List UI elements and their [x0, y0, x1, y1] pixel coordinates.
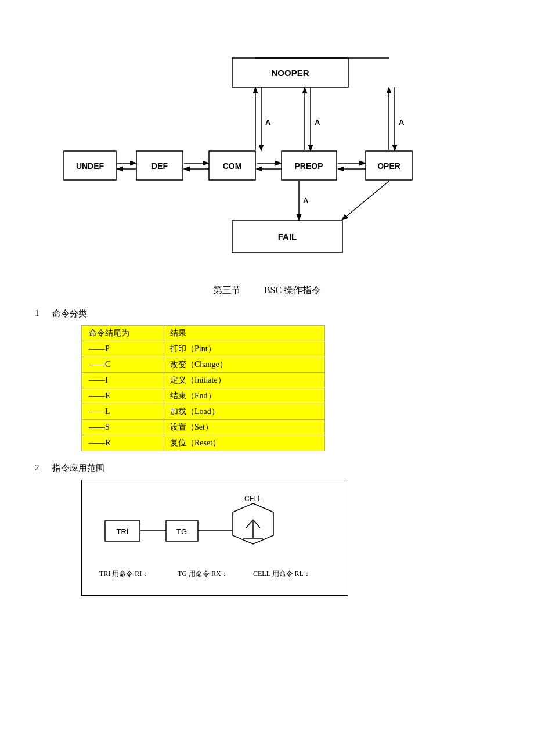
- svg-text:A: A: [399, 118, 405, 127]
- svg-rect-0: [232, 58, 348, 87]
- table-row: ——R复位（Reset）: [82, 435, 325, 451]
- svg-text:A: A: [265, 118, 271, 127]
- command-table: 命令结尾为结果——P打印（Pint）——C改变（Change）——I定义（Ini…: [81, 325, 325, 451]
- svg-text:CELL: CELL: [244, 495, 262, 503]
- instruction-diagram: TRI TG CELL TRI 用命令 RI： TG 用命令 RX： CELL …: [81, 480, 348, 596]
- svg-text:TG 用命令 RX：: TG 用命令 RX：: [178, 570, 228, 578]
- svg-text:COM: COM: [223, 161, 242, 171]
- table-row: ——E结束（End）: [82, 388, 325, 404]
- table-cell-col1: ——I: [82, 373, 163, 388]
- table-cell-col2: 设置（Set）: [163, 420, 325, 435]
- svg-text:TRI: TRI: [117, 527, 129, 536]
- table-cell-col1: ——C: [82, 357, 163, 373]
- svg-rect-8: [282, 151, 337, 180]
- svg-text:A: A: [315, 118, 320, 127]
- section-heading-label: 第三节: [213, 285, 241, 295]
- svg-text:NOOPER: NOOPER: [271, 68, 309, 78]
- table-cell-col2: 改变（Change）: [163, 357, 325, 373]
- section-2-number: 2: [35, 463, 52, 473]
- section-heading-spaces: [243, 285, 262, 295]
- section-2: 2 指令应用范围: [35, 463, 499, 474]
- table-cell-col1: ——R: [82, 435, 163, 451]
- command-table-wrapper: 命令结尾为结果——P打印（Pint）——C改变（Change）——I定义（Ini…: [81, 325, 499, 451]
- svg-rect-12: [232, 221, 342, 253]
- section-1-number: 1: [35, 308, 52, 318]
- svg-text:CELL 用命令 RL：: CELL 用命令 RL：: [253, 570, 311, 578]
- section-title-label: BSC 操作指令: [264, 285, 321, 295]
- svg-text:TG: TG: [176, 527, 187, 536]
- table-cell-col2: 复位（Reset）: [163, 435, 325, 451]
- svg-text:A: A: [303, 196, 309, 205]
- table-cell-col2: 定义（Initiate）: [163, 373, 325, 388]
- table-cell-col2: 结束（End）: [163, 388, 325, 404]
- table-row: ——P打印（Pint）: [82, 341, 325, 357]
- table-cell-col1: 命令结尾为: [82, 326, 163, 341]
- svg-rect-2: [64, 151, 116, 180]
- table-cell-col2: 加载（Load）: [163, 404, 325, 420]
- table-cell-col2: 打印（Pint）: [163, 341, 325, 357]
- svg-text:UNDEF: UNDEF: [76, 161, 104, 171]
- table-cell-col1: ——E: [82, 388, 163, 404]
- svg-rect-6: [209, 151, 255, 180]
- svg-rect-10: [366, 151, 412, 180]
- table-row: ——L加载（Load）: [82, 404, 325, 420]
- svg-text:FAIL: FAIL: [278, 232, 297, 242]
- svg-text:OPER: OPER: [377, 161, 400, 171]
- svg-text:PREOP: PREOP: [294, 161, 323, 171]
- svg-text:TRI 用命令 RI：: TRI 用命令 RI：: [99, 570, 149, 578]
- section-2-title: 指令应用范围: [52, 463, 104, 474]
- svg-rect-4: [136, 151, 183, 180]
- table-cell-col2: 结果: [163, 326, 325, 341]
- table-cell-col1: ——P: [82, 341, 163, 357]
- table-cell-col1: ——L: [82, 404, 163, 420]
- table-row: 命令结尾为结果: [82, 326, 325, 341]
- table-row: ——C改变（Change）: [82, 357, 325, 373]
- section-1-title: 命令分类: [52, 308, 87, 319]
- instruction-diagram-wrapper: TRI TG CELL TRI 用命令 RI： TG 用命令 RX： CELL …: [81, 480, 499, 596]
- table-row: ——I定义（Initiate）: [82, 373, 325, 388]
- table-row: ——S设置（Set）: [82, 420, 325, 435]
- section-1: 1 命令分类: [35, 308, 499, 319]
- state-diagram: NOOPER UNDEF DEF COM PREOP OPER FAIL: [35, 23, 499, 267]
- svg-text:DEF: DEF: [151, 161, 168, 171]
- svg-line-34: [342, 181, 389, 219]
- section-3-heading: 第三节 BSC 操作指令: [35, 285, 499, 297]
- table-cell-col1: ——S: [82, 420, 163, 435]
